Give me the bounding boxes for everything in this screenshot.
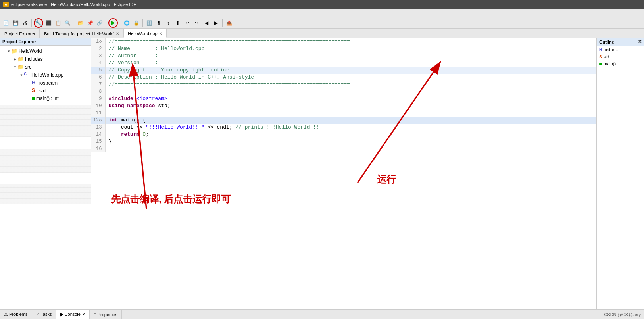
file-tree: ▼ 📁 HelloWorld ▶ 📁 Includes ▼ 📁 src (0, 46, 91, 308)
tree-item-iostream[interactable]: H iostream (0, 79, 91, 87)
run-button[interactable] (108, 18, 118, 28)
outline-label-iostream: iostre... (604, 47, 618, 52)
code-row-11: 11 (91, 110, 596, 117)
toolbar-sep-6 (222, 19, 223, 27)
bottom-tab-tasks-label: ✓ Tasks (36, 312, 52, 317)
code-row-12: 12◇ int main() { (91, 117, 596, 124)
toolbar-btn-7[interactable]: 🔗 (95, 19, 104, 27)
folder-icon-helloworld: 📁 (11, 48, 17, 54)
bottom-tab-console[interactable]: ▶ Console ✕ (56, 310, 90, 319)
tree-label-iostream: iostream (39, 80, 58, 86)
editor-tab-helloworldcpp[interactable]: HelloWorld.cpp ✕ (123, 29, 166, 38)
expand-std[interactable] (25, 88, 32, 93)
toolbar-sep-5 (142, 19, 143, 27)
code-line-4: // Version : (105, 60, 596, 67)
expand-src[interactable]: ▼ (13, 65, 17, 69)
tree-label-includes: Includes (25, 56, 43, 62)
outline-item-iostream[interactable]: H iostre... (597, 46, 644, 53)
toolbar-btn-5[interactable]: 📂 (76, 19, 85, 27)
new-btn[interactable]: 📄 (2, 19, 10, 27)
toolbar-btn-4[interactable]: 🔍 (63, 19, 72, 27)
toolbar-btn-14[interactable]: ↩ (183, 19, 192, 27)
code-line-6: // Description : Hello World in C++, Ans… (105, 74, 596, 81)
line-num-8: 8 (91, 88, 105, 95)
expand-cpp[interactable]: ▼ (19, 73, 24, 77)
code-editor[interactable]: 1◇ //===================================… (91, 38, 596, 309)
toolbar-btn-15[interactable]: ↪ (192, 19, 201, 27)
tree-label-std: std (39, 88, 46, 94)
code-row-6: 6 // Description : Hello World in C++, A… (91, 74, 596, 81)
status-bar-right: CSDN @CS@zery (604, 312, 644, 317)
project-explorer-tab[interactable]: Project Explorer (0, 29, 40, 38)
tree-item-includes[interactable]: ▶ 📁 Includes (0, 55, 91, 63)
toolbar-btn-3[interactable]: 📋 (54, 19, 62, 27)
line-num-9: 9 (91, 95, 105, 102)
bottom-tab-properties[interactable]: □ Properties (90, 310, 122, 319)
expand-main[interactable] (25, 96, 32, 101)
toolbar-btn-6[interactable]: 📌 (86, 19, 94, 27)
tree-item-helloworld[interactable]: ▼ 📁 HelloWorld (0, 47, 91, 55)
tree-label-src: src (25, 64, 31, 70)
header-icon-iostream: H (32, 80, 38, 86)
print-btn[interactable]: 🖨 (21, 19, 29, 27)
line-num-1: 1◇ (91, 38, 105, 45)
toolbar-btn-18[interactable]: 📤 (225, 19, 233, 27)
line-num-5: 5 (91, 67, 105, 74)
toolbar-btn-12[interactable]: ↕ (164, 19, 173, 27)
expand-iostream[interactable] (25, 81, 32, 85)
code-line-14: return 0; (105, 131, 596, 138)
blurred-tree-content (0, 105, 91, 137)
tree-item-std[interactable]: S std (0, 87, 91, 95)
folder-icon-src: 📁 (17, 64, 24, 70)
code-line-15: } (105, 138, 596, 145)
outline-title-label: Outline (599, 40, 614, 44)
outline-close-icon[interactable]: ✕ (638, 39, 642, 44)
expand-helloworld[interactable]: ▼ (6, 49, 11, 54)
code-line-9: #include <iostream> (105, 95, 596, 102)
outline-dot-main (599, 63, 602, 65)
sidebar-title-label: Project Explorer (2, 39, 36, 44)
build-tab-close[interactable]: ✕ (116, 31, 119, 36)
dot-icon-main (32, 97, 35, 100)
code-row-3: 3 // Author : (91, 52, 596, 60)
bottom-tab-tasks[interactable]: ✓ Tasks (32, 310, 56, 319)
code-row-15: 15 } (91, 138, 596, 145)
code-row-13: 13 cout << "!!!Hello World!!!" << endl; … (91, 124, 596, 131)
line-num-2: 2 (91, 45, 105, 52)
code-line-5: // Copyright : Your copyright| notice (105, 67, 596, 74)
toolbar-btn-16[interactable]: ◀ (202, 19, 211, 27)
toolbar-btn-13[interactable]: ⬆ (173, 19, 182, 27)
toolbar-btn-17[interactable]: ▶ (211, 19, 220, 27)
tree-item-cpp[interactable]: ▼ C HelloWorld.cpp (0, 71, 91, 79)
outline-title: Outline ✕ (597, 38, 644, 46)
code-line-1: //======================================… (105, 38, 596, 45)
bottom-tab-problems[interactable]: ⚠ Problems (0, 310, 32, 319)
code-line-11 (105, 110, 596, 117)
code-row-5: 5 // Copyright : Your copyright| notice (91, 67, 596, 74)
tree-label-cpp: HelloWorld.cpp (31, 72, 63, 78)
tree-item-src[interactable]: ▼ 📁 src (0, 63, 91, 71)
toolbar-btn-9[interactable]: 🔒 (132, 19, 140, 27)
outline-item-main[interactable]: main() (597, 60, 644, 67)
build-tab[interactable]: Build 'Debug' for project 'HelloWorld' ✕ (40, 29, 123, 38)
code-row-4: 4 // Version : (91, 60, 596, 67)
toolbar-btn-2[interactable]: ⬛ (44, 19, 53, 27)
expand-includes[interactable]: ▶ (13, 57, 17, 61)
code-row-9: 9 #include <iostream> (91, 95, 596, 102)
main-area: Project Explorer ▼ 📁 HelloWorld ▶ 📁 Incl… (0, 38, 644, 309)
toolbar: 📄 💾 🖨 🔧 ⬛ 📋 🔍 📂 📌 🔗 🌐 🔒 🔠 ¶ ↕ ⬆ ↩ ↪ ◀ ▶ … (0, 17, 644, 29)
outline-header-icon: H (599, 48, 602, 52)
build-button[interactable]: 🔧 (34, 18, 43, 28)
tree-label-main: main() : int (36, 96, 59, 101)
toolbar-btn-8[interactable]: 🌐 (122, 19, 131, 27)
build-tab-label: Build 'Debug' for project 'HelloWorld' (44, 31, 114, 36)
code-row-14: 14 return 0; (91, 131, 596, 138)
sidebar-header: Project Explorer (0, 38, 91, 46)
outline-item-std[interactable]: S std (597, 53, 644, 60)
save-btn[interactable]: 💾 (11, 19, 20, 27)
toolbar-btn-10[interactable]: 🔠 (145, 19, 154, 27)
line-num-7: 7 (91, 81, 105, 88)
toolbar-btn-11[interactable]: ¶ (154, 19, 163, 27)
editor-tab-close[interactable]: ✕ (159, 31, 162, 36)
tree-item-main[interactable]: main() : int (0, 95, 91, 102)
